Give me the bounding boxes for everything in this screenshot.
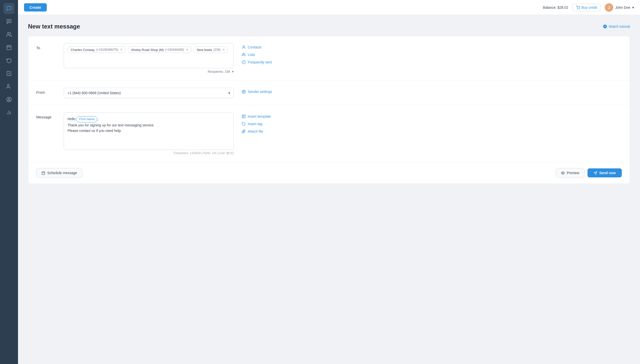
- contacts-icon: [242, 45, 246, 49]
- attach-file-button[interactable]: Attach file: [242, 130, 271, 134]
- sidebar-icon-tasks[interactable]: [4, 68, 15, 79]
- eye-icon: [561, 171, 565, 175]
- recipients-box[interactable]: Charles Conway (+13105499270) × Ahsley R…: [64, 43, 234, 68]
- message-input-area: Hello First name, Thank you for signing …: [64, 112, 234, 155]
- from-hints: Sender settings: [242, 88, 272, 94]
- paperclip-icon: [242, 130, 246, 134]
- svg-rect-1: [7, 46, 11, 50]
- settings-icon: [242, 90, 246, 94]
- sidebar: [0, 0, 18, 364]
- buy-credit-button[interactable]: Buy credit: [572, 4, 601, 11]
- message-comma: ,: [97, 117, 98, 121]
- schedule-message-button[interactable]: Schedule message: [36, 168, 82, 178]
- sidebar-icon-history[interactable]: [4, 55, 15, 66]
- insert-template-label: Insert template: [248, 114, 271, 118]
- from-select-wrapper: +1 (844) 600-0669 (United States) ▾: [64, 88, 234, 98]
- recipient-tag[interactable]: Charles Conway (+13105499270) ×: [68, 46, 126, 53]
- preview-button[interactable]: Preview: [556, 168, 584, 178]
- sender-settings-label: Sender settings: [248, 90, 272, 94]
- page-header: New text message Watch tutorial: [28, 23, 630, 30]
- recipient-tag[interactable]: New leads (236) ×: [194, 46, 228, 53]
- send-now-label: Send now: [599, 171, 616, 175]
- from-select[interactable]: +1 (844) 600-0669 (United States): [64, 88, 234, 98]
- preview-label: Preview: [567, 171, 579, 175]
- recipient-remove-icon[interactable]: ×: [186, 48, 188, 52]
- balance-display: Balance: $28.02: [543, 6, 568, 10]
- avatar: J: [605, 3, 613, 12]
- message-section: Message Hello First name, Thank you for …: [28, 106, 630, 162]
- message-tag[interactable]: First name: [77, 116, 97, 122]
- insert-tag-button[interactable]: Insert tag: [242, 122, 271, 126]
- attach-file-label: Attach file: [248, 130, 263, 134]
- message-label: Message: [36, 112, 64, 119]
- recipients-count: Recipients: 238 ▾: [64, 70, 234, 74]
- message-text-before: Hello: [68, 117, 77, 121]
- template-icon: [242, 114, 246, 118]
- watch-tutorial-button[interactable]: Watch tutorial: [603, 24, 630, 29]
- frequently-sent-label: Frequently sent: [248, 60, 272, 64]
- insert-template-button[interactable]: Insert template: [242, 114, 271, 118]
- svg-rect-19: [242, 115, 245, 118]
- sidebar-icon-contacts[interactable]: [4, 29, 15, 40]
- sidebar-icon-account[interactable]: [4, 94, 15, 105]
- recipient-name: New leads: [197, 48, 212, 52]
- sidebar-icon-analytics[interactable]: [4, 107, 15, 118]
- send-now-button[interactable]: Send now: [587, 168, 622, 178]
- sender-settings-button[interactable]: Sender settings: [242, 90, 272, 94]
- svg-point-0: [8, 32, 9, 34]
- recipient-remove-icon[interactable]: ×: [223, 48, 225, 52]
- recipient-remove-icon[interactable]: ×: [120, 48, 123, 52]
- create-button[interactable]: Create: [24, 3, 47, 12]
- message-stats: Characters: 115/918 | Parts: 1/6 | Cost:…: [64, 152, 234, 155]
- sidebar-icon-calendar[interactable]: [4, 42, 15, 53]
- frequently-sent-hint[interactable]: Frequently sent: [242, 60, 272, 64]
- recipient-tag[interactable]: Ahsley Road Shop (M) (+162640400) ×: [128, 46, 192, 53]
- contacts-hint[interactable]: Contacts: [242, 45, 272, 49]
- lists-icon: [242, 53, 246, 57]
- svg-point-7: [8, 98, 10, 100]
- to-input-area: Charles Conway (+13105499270) × Ahsley R…: [64, 43, 234, 74]
- message-body: Thank you for signing up for our text me…: [68, 123, 155, 133]
- message-box[interactable]: Hello First name, Thank you for signing …: [64, 112, 234, 150]
- svg-point-15: [243, 46, 244, 47]
- schedule-message-label: Schedule message: [47, 171, 77, 175]
- to-label: To: [36, 43, 64, 50]
- message-hints: Insert template Insert tag Attach file: [242, 112, 271, 134]
- svg-point-11: [577, 9, 577, 9]
- recipients-dropdown-icon[interactable]: ▾: [232, 70, 234, 74]
- svg-point-5: [8, 84, 9, 86]
- form-card: To Charles Conway (+13105499270) × Ahsle…: [28, 36, 630, 184]
- page-title: New text message: [28, 23, 80, 30]
- to-section: To Charles Conway (+13105499270) × Ahsle…: [28, 36, 630, 81]
- to-hints: Contacts Lists Frequently sent: [242, 43, 272, 64]
- send-icon: [593, 171, 597, 175]
- chevron-down-icon: ▾: [632, 6, 634, 10]
- watch-tutorial-label: Watch tutorial: [609, 24, 630, 28]
- svg-point-27: [562, 172, 563, 174]
- right-actions: Preview Send now: [556, 168, 622, 178]
- sidebar-icon-compose[interactable]: [4, 3, 15, 14]
- sidebar-icon-teams[interactable]: [4, 81, 15, 92]
- lists-hint[interactable]: Lists: [242, 53, 272, 57]
- from-input-area: +1 (844) 600-0669 (United States) ▾: [64, 88, 234, 98]
- recipient-name: Charles Conway: [71, 48, 95, 52]
- from-label: From: [36, 88, 64, 94]
- user-menu[interactable]: J John Doe ▾: [605, 3, 634, 12]
- recipient-number: (+13105499270): [96, 48, 118, 52]
- play-icon: [603, 24, 607, 29]
- topbar: Create Balance: $28.02 Buy credit J John…: [18, 0, 640, 15]
- recipient-number: (236): [214, 48, 221, 52]
- recipient-number: (+162640400): [165, 48, 184, 52]
- svg-point-16: [243, 53, 244, 54]
- lists-hint-label: Lists: [248, 53, 255, 57]
- contacts-hint-label: Contacts: [248, 45, 262, 49]
- svg-point-18: [243, 91, 244, 92]
- from-section: From +1 (844) 600-0669 (United States) ▾…: [28, 81, 630, 106]
- content-area: New text message Watch tutorial To Charl…: [18, 15, 640, 364]
- cart-icon: [576, 6, 580, 10]
- insert-tag-label: Insert tag: [248, 122, 262, 126]
- sidebar-icon-messages[interactable]: [4, 16, 15, 27]
- calendar-schedule-icon: [42, 171, 45, 175]
- user-name: John Doe: [615, 6, 630, 10]
- recipient-name: Ahsley Road Shop (M): [131, 48, 164, 52]
